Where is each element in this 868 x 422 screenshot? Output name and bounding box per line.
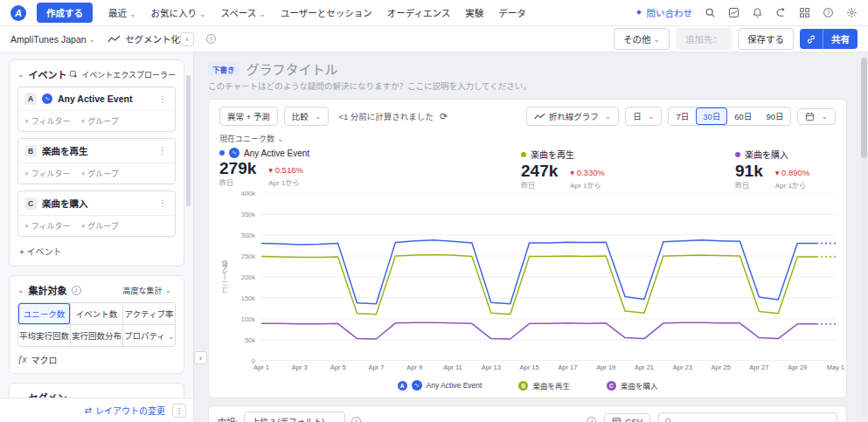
event-row[interactable]: C楽曲を購入⋮ xyxy=(18,191,175,215)
chart-title-input[interactable]: グラフタイトル xyxy=(247,59,338,78)
event-card: A∿Any Active Event⋮+ フィルター+ グループ xyxy=(17,86,176,132)
event-name: 楽曲を再生 xyxy=(42,144,151,157)
any-active-event-icon: ∿ xyxy=(412,380,422,391)
metric-name: 楽曲を再生 xyxy=(531,148,574,161)
add-group-link[interactable]: + グループ xyxy=(81,220,119,232)
range-option[interactable]: 30日 xyxy=(696,107,727,125)
x-tick-label: Apr 1 xyxy=(253,363,269,371)
kebab-menu-icon[interactable]: ⋮ xyxy=(156,198,169,208)
add-filter-link[interactable]: + フィルター xyxy=(24,168,71,179)
chart-type-select[interactable]: 折れ線グラフ⌄ xyxy=(526,107,620,126)
add-filter-link[interactable]: + フィルター xyxy=(24,220,71,232)
add-event-link[interactable]: + イベント xyxy=(19,245,62,258)
project-selector[interactable]: AmpliTunes Japan⌄ xyxy=(10,34,95,45)
chart-description-input[interactable]: このチャートはどのような疑問の解決になりますか？ここに説明を入力してください。 xyxy=(208,80,847,92)
measure-option[interactable]: ユニーク数 xyxy=(18,303,70,324)
metric-value-sub: 昨日 xyxy=(219,177,256,187)
compare-button[interactable]: 比較⌄ xyxy=(284,107,330,126)
topnav-item[interactable]: 実験 xyxy=(465,6,483,19)
x-tick-label: Apr 27 xyxy=(749,363,768,371)
measure-option[interactable]: プロパティ⌄ xyxy=(123,325,175,346)
metric-type-dropdown[interactable]: 現在ユニーク数⌄ xyxy=(219,133,836,144)
line-chart-plot[interactable] xyxy=(261,193,836,361)
create-button[interactable]: 作成する xyxy=(37,3,93,23)
topnav-item[interactable]: お気に入り⌄ xyxy=(151,6,206,19)
more-button[interactable]: その他⌄ xyxy=(614,28,670,50)
chart-icon[interactable] xyxy=(727,7,740,19)
change-layout-button[interactable]: ⇄レイアウトの変更 xyxy=(85,404,165,417)
topnav-item[interactable]: 最近⌄ xyxy=(108,6,136,19)
advanced-aggregation-dropdown[interactable]: 高度な集計⌄ xyxy=(122,285,176,296)
metric-value-sub: 昨日 xyxy=(735,180,763,190)
help-icon[interactable]: ? xyxy=(822,7,834,19)
legend-item[interactable]: C楽曲を購入 xyxy=(607,380,658,391)
panel-collapse-button[interactable]: ‹ xyxy=(194,351,207,364)
date-range-select[interactable]: ⌄ xyxy=(797,108,836,125)
topnav-item[interactable]: オーディエンス xyxy=(387,6,451,19)
y-tick-label: 200k xyxy=(241,273,255,281)
x-tick-label: Apr 9 xyxy=(406,363,422,371)
x-tick-label: Apr 21 xyxy=(635,363,654,371)
sidebar-scrollbar[interactable] xyxy=(186,75,191,206)
legend-item[interactable]: A∿Any Active Event xyxy=(398,380,483,391)
topnav-item[interactable]: スペース⌄ xyxy=(221,6,266,19)
range-option[interactable]: 60日 xyxy=(727,107,759,125)
contact-us-link[interactable]: ✦問い合わせ xyxy=(635,6,692,19)
search-icon[interactable] xyxy=(704,7,716,19)
kebab-menu-icon[interactable]: ⋮ xyxy=(156,94,169,104)
info-icon[interactable]: i xyxy=(206,34,216,44)
chevron-down-icon[interactable]: ⌄ xyxy=(17,70,24,79)
metric: 楽曲を再生247k▾ 0.330%昨日Apr 1から xyxy=(521,148,735,190)
settings-gear-icon[interactable] xyxy=(845,7,858,19)
info-icon[interactable]: i xyxy=(351,417,361,422)
add-group-link[interactable]: + グループ xyxy=(81,115,119,127)
measure-option[interactable]: 平均実行回数 xyxy=(18,325,70,346)
measure-option[interactable]: アクティブ率 xyxy=(123,303,175,324)
x-tick-label: Apr 19 xyxy=(596,363,615,371)
journeys-loop-icon[interactable] xyxy=(774,7,787,19)
macro-button[interactable]: ƒxマクロ xyxy=(17,353,176,366)
measured-as-panel: ⌄ 集計対象 i 高度な集計⌄ ユニーク数イベント数アクティブ率平均実行回数実行… xyxy=(9,275,184,374)
share-button[interactable]: 共有 xyxy=(823,29,858,49)
measure-option[interactable]: 実行回数分布 xyxy=(71,325,122,346)
add-filter-link[interactable]: + フィルター xyxy=(24,115,71,127)
copy-link-icon[interactable] xyxy=(800,29,823,49)
info-icon[interactable]: i xyxy=(587,417,596,422)
event-explorer-button[interactable]: イベントエクスプローラー xyxy=(69,69,176,80)
range-option[interactable]: 90日 xyxy=(759,107,790,125)
refresh-icon[interactable]: ⟳ xyxy=(440,111,448,122)
event-name: 楽曲を購入 xyxy=(42,197,151,210)
sidebar-collapse-button[interactable]: ‹ xyxy=(180,32,194,46)
measure-option[interactable]: イベント数 xyxy=(71,303,122,324)
metric: ∿Any Active Event279k▾ 0.516%昨日Apr 1から xyxy=(219,148,521,190)
kebab-menu-icon[interactable]: ⋮ xyxy=(172,404,186,418)
topnav-item[interactable]: データ xyxy=(498,6,526,19)
apps-grid-icon[interactable] xyxy=(798,7,810,19)
series-dot xyxy=(735,152,740,157)
x-tick-label: Apr 25 xyxy=(712,363,731,371)
x-tick-label: Apr 17 xyxy=(558,363,577,371)
legend-item[interactable]: B楽曲を再生 xyxy=(518,380,570,391)
breakdown-dropdown[interactable]: 上位 3 (デフォルト)⌄ xyxy=(244,412,345,422)
info-icon[interactable]: i xyxy=(72,286,81,295)
range-option[interactable]: 7日 xyxy=(669,107,696,125)
granularity-select[interactable]: 日⌄ xyxy=(625,107,662,126)
kebab-menu-icon[interactable]: ⋮ xyxy=(156,146,169,156)
amplitude-logo-icon[interactable]: A xyxy=(10,5,26,21)
table-search-input-box[interactable] xyxy=(658,412,837,422)
add-to-button[interactable]: 追加先： xyxy=(676,28,732,50)
table-search-input[interactable] xyxy=(676,417,831,422)
event-row[interactable]: A∿Any Active Event⋮ xyxy=(18,87,175,110)
topnav-item[interactable]: ユーザーとセッション xyxy=(281,6,372,19)
chevron-down-icon[interactable]: ⌄ xyxy=(17,286,24,294)
event-row[interactable]: B楽曲を再生⋮ xyxy=(18,139,175,163)
export-csv-button[interactable]: CSV xyxy=(604,413,650,422)
legend-label: 楽曲を再生 xyxy=(532,380,570,391)
add-group-link[interactable]: + グループ xyxy=(81,168,119,179)
anomaly-forecast-button[interactable]: 異常 + 予測 xyxy=(219,107,278,126)
metric-change-sub: Apr 1から xyxy=(570,180,605,190)
main-scrollbar-thumb[interactable] xyxy=(861,58,867,158)
save-button[interactable]: 保存する xyxy=(738,28,794,50)
event-letter-badge: C xyxy=(24,197,37,210)
notifications-bell-icon[interactable] xyxy=(751,7,763,19)
